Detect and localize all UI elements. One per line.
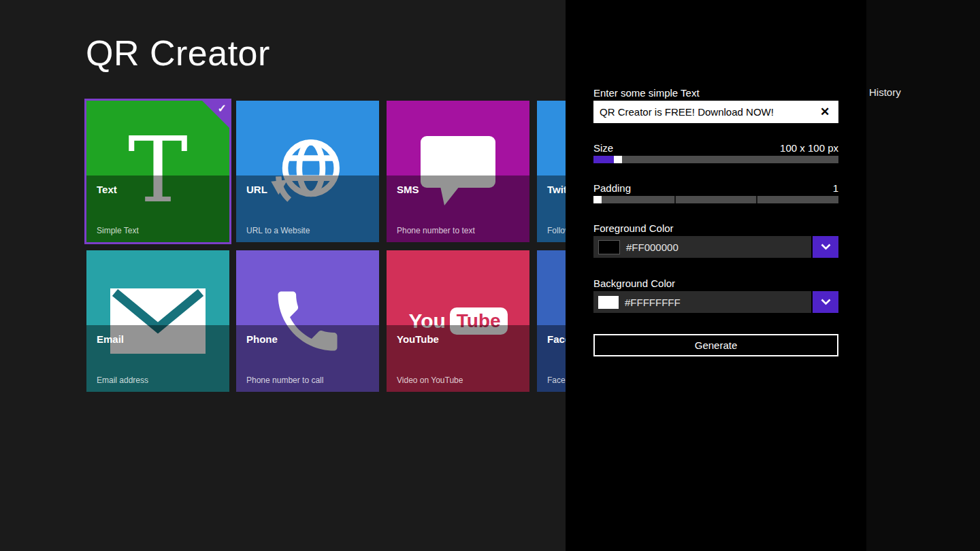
- background-color-label: Background Color: [593, 278, 838, 289]
- foreground-color-dropdown-button[interactable]: [813, 236, 838, 258]
- chevron-down-icon: [821, 299, 831, 305]
- tile-youtube[interactable]: You Tube YouTube Video on YouTube: [387, 250, 529, 392]
- generate-button[interactable]: Generate: [593, 334, 838, 356]
- padding-label: Padding: [593, 182, 631, 194]
- foreground-color-label: Foreground Color: [593, 222, 838, 234]
- text-input-wrap: ✕: [593, 101, 838, 123]
- chevron-down-icon: [821, 244, 831, 250]
- background-color-dropdown-button[interactable]: [813, 291, 838, 313]
- foreground-color-swatch: [598, 240, 620, 254]
- tile-label: Text: [97, 184, 117, 195]
- tile-sublabel: Phone number to text: [397, 226, 475, 235]
- padding-slider[interactable]: [593, 196, 838, 203]
- size-slider[interactable]: [593, 156, 838, 163]
- background-color-value: #FFFFFFFF: [625, 297, 681, 308]
- history-section-label: History: [869, 86, 901, 98]
- tile-sublabel: Phone number to call: [246, 375, 323, 385]
- check-icon: ✓: [218, 102, 227, 115]
- simple-text-input[interactable]: [593, 101, 838, 123]
- slider-tick: [674, 196, 676, 203]
- tile-email[interactable]: Email Email address: [86, 250, 229, 392]
- tile-label: SMS: [397, 184, 419, 195]
- tile-label: Phone: [246, 333, 278, 345]
- size-slider-thumb[interactable]: [614, 156, 622, 163]
- clear-text-icon[interactable]: ✕: [815, 101, 834, 123]
- background-color-swatch: [598, 296, 619, 309]
- qr-settings-panel: Enter some simple Text ✕ Size 100 x 100 …: [566, 0, 866, 551]
- tile-sublabel: Email address: [97, 375, 148, 385]
- size-label: Size: [593, 142, 613, 154]
- size-slider-fill: [593, 156, 614, 163]
- tile-label: YouTube: [397, 333, 439, 345]
- tile-sms[interactable]: SMS Phone number to text: [387, 101, 529, 242]
- text-input-label: Enter some simple Text: [593, 87, 838, 99]
- size-value: 100 x 100 px: [780, 142, 838, 154]
- foreground-color-input[interactable]: #FF000000: [593, 236, 811, 258]
- tile-label: URL: [246, 184, 267, 195]
- padding-slider-thumb[interactable]: [593, 196, 602, 203]
- tile-phone[interactable]: Phone Phone number to call: [236, 250, 379, 392]
- background-color-input[interactable]: #FFFFFFFF: [593, 291, 811, 313]
- slider-tick: [756, 196, 757, 203]
- page-title: QR Creator: [86, 33, 270, 73]
- tile-url[interactable]: URL URL to a Website: [236, 101, 379, 242]
- background-strip: [866, 0, 980, 551]
- foreground-color-value: #FF000000: [626, 241, 679, 253]
- padding-value: 1: [833, 182, 838, 194]
- tile-label: Email: [97, 333, 124, 345]
- tile-sublabel: Video on YouTube: [397, 375, 463, 385]
- tile-sublabel: URL to a Website: [246, 226, 310, 235]
- tile-text[interactable]: T Text Simple Text ✓: [86, 101, 229, 242]
- tile-sublabel: Simple Text: [97, 226, 139, 235]
